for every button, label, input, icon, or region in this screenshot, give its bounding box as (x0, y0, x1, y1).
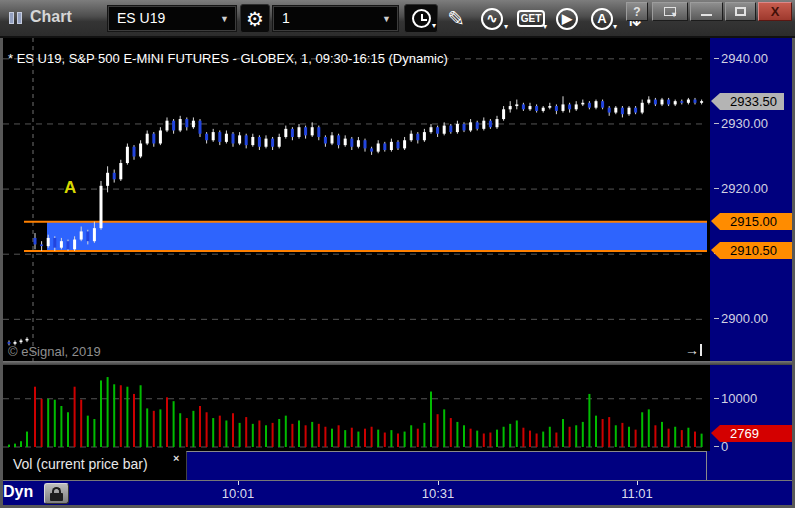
chevron-down-icon: ▼ (382, 6, 391, 32)
price-axis[interactable]: 2940.002930.002920.002910.002900.002933.… (707, 38, 795, 361)
get-data-button[interactable]: GET ▾ (514, 4, 548, 33)
volume-axis-label: 10000 (721, 391, 757, 407)
time-axis-tick (438, 481, 439, 485)
play-icon: ▶ (556, 8, 578, 30)
interval-value: 1 (282, 10, 290, 26)
lock-scale-button[interactable] (44, 483, 69, 504)
close-icon: X (771, 4, 780, 19)
alerts-button[interactable]: A ▾ (586, 4, 618, 33)
volume-axis[interactable]: 1000002769 (707, 365, 795, 451)
minimize-button[interactable] (690, 2, 723, 21)
help-button[interactable]: ? (626, 2, 648, 21)
clock-icon (412, 9, 431, 28)
copyright-text: © eSignal, 2019 (8, 344, 101, 359)
time-template-button[interactable]: ▾ (404, 4, 438, 33)
candlestick-chart (3, 38, 707, 361)
minimize-icon (701, 14, 712, 16)
indicator-label-row: Vol (current price bar) × (3, 451, 707, 480)
chevron-down-icon: ▾ (432, 21, 436, 30)
letter-a-icon: A (591, 8, 613, 30)
titlebar: Chart ES U19 ▼ ⚙ 1 ▼ ▾ ✎ ∿ ▾ GET ▾ ▶ (0, 0, 795, 38)
window-title: Chart (30, 8, 72, 26)
window-menu-icon (664, 7, 676, 16)
current-volume-tag: 2769 (720, 425, 792, 442)
get-icon: GET (517, 10, 546, 27)
time-axis-label: 10:01 (208, 486, 268, 501)
arrow-right-icon: → (685, 342, 699, 358)
studies-button[interactable]: ∿ ▾ (475, 4, 509, 33)
symbol-value: ES U19 (117, 10, 165, 26)
price-axis-label: 2930.00 (721, 116, 768, 132)
wave-icon: ∿ (481, 8, 503, 30)
jump-to-latest-button[interactable]: → (685, 342, 702, 358)
indicator-label: Vol (current price bar) (13, 456, 148, 472)
chart-window: Chart ES U19 ▼ ⚙ 1 ▼ ▾ ✎ ∿ ▾ GET ▾ ▶ (0, 0, 795, 508)
band-top-price-tag: 2915.00 (720, 213, 792, 230)
price-axis-label: 2940.00 (721, 51, 768, 67)
price-axis-label: 2900.00 (721, 311, 768, 327)
time-axis-tick (238, 481, 239, 485)
help-icon: ? (633, 5, 640, 19)
last-price-tag: 2933.50 (720, 93, 784, 110)
close-indicator-icon[interactable]: × (173, 452, 179, 464)
maximize-button[interactable] (725, 2, 756, 21)
maximize-icon (735, 7, 746, 16)
gear-icon: ⚙ (246, 7, 264, 31)
dynamic-mode-label[interactable]: Dyn (3, 483, 33, 501)
chevron-down-icon: ▼ (220, 6, 229, 32)
chevron-down-icon: ▾ (543, 22, 547, 31)
close-button[interactable]: X (758, 2, 792, 21)
window-menu-button[interactable] (652, 2, 688, 21)
replay-button[interactable]: ▶ (551, 4, 583, 33)
chevron-down-icon: ▾ (613, 22, 617, 31)
time-axis-bar[interactable]: Dyn 10:0110:3111:01 (0, 480, 795, 505)
time-axis-tick (637, 481, 638, 485)
interval-dropdown[interactable]: 1 ▼ (272, 5, 399, 32)
draw-button[interactable]: ✎ (443, 4, 469, 33)
pencil-icon: ✎ (447, 7, 465, 31)
band-bottom-price-tag: 2910.50 (720, 242, 792, 259)
time-axis-label: 10:31 (408, 486, 468, 501)
annotation-label-a: A (64, 178, 76, 198)
symbol-dropdown[interactable]: ES U19 ▼ (107, 5, 237, 32)
settings-button[interactable]: ⚙ (240, 4, 270, 33)
window-border (0, 36, 3, 508)
pane-resize-divider[interactable] (0, 361, 795, 365)
chevron-down-icon: ▾ (504, 22, 508, 31)
price-axis-label: 2920.00 (721, 181, 768, 197)
volume-pane[interactable] (3, 365, 707, 451)
indicator-panel (186, 451, 707, 480)
axis-corner-filler (707, 451, 795, 481)
time-axis-label: 11:01 (607, 486, 667, 501)
chart-symbol-title: * ES U19, S&P 500 E-MINI FUTURES - GLOBE… (8, 51, 448, 66)
price-chart-pane[interactable]: * ES U19, S&P 500 E-MINI FUTURES - GLOBE… (3, 38, 707, 361)
chart-window-icon (9, 11, 25, 25)
volume-chart (3, 365, 707, 451)
